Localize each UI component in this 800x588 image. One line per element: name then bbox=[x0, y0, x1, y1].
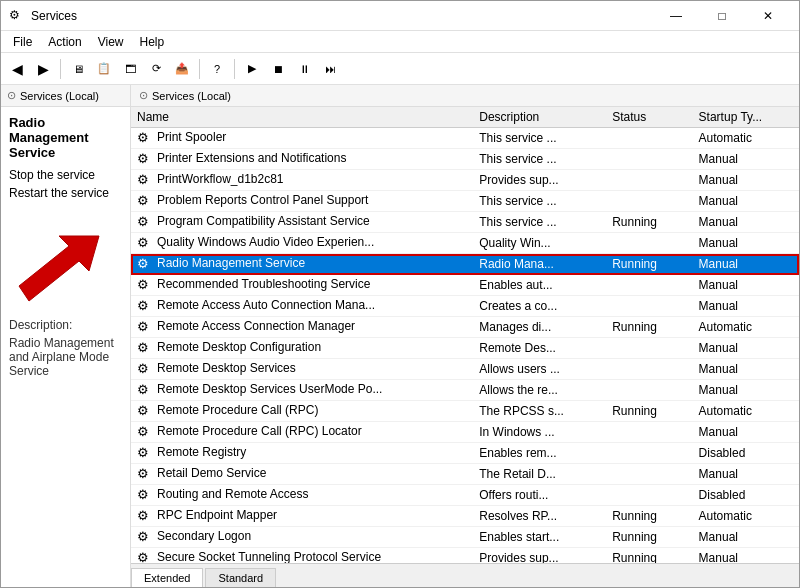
service-startup-cell: Manual bbox=[693, 296, 799, 317]
service-icon: ⚙ bbox=[137, 361, 153, 377]
start-service-button[interactable]: ▶ bbox=[240, 57, 264, 81]
back-button[interactable]: ◀ bbox=[5, 57, 29, 81]
stop-label: Stop bbox=[9, 168, 34, 182]
service-name-label: Recommended Troubleshooting Service bbox=[157, 277, 370, 291]
restart-service-button[interactable]: ⏭ bbox=[318, 57, 342, 81]
table-row[interactable]: ⚙Secure Socket Tunneling Protocol Servic… bbox=[131, 548, 799, 564]
service-name-label: Quality Windows Audio Video Experien... bbox=[157, 235, 374, 249]
table-row[interactable]: ⚙Remote Procedure Call (RPC)The RPCSS s.… bbox=[131, 401, 799, 422]
description-text: Radio Management and Airplane Mode Servi… bbox=[9, 336, 122, 378]
help-button[interactable]: ? bbox=[205, 57, 229, 81]
service-icon: ⚙ bbox=[137, 382, 153, 398]
table-row[interactable]: ⚙Remote Procedure Call (RPC) LocatorIn W… bbox=[131, 422, 799, 443]
service-icon: ⚙ bbox=[137, 193, 153, 209]
table-row[interactable]: ⚙Program Compatibility Assistant Service… bbox=[131, 212, 799, 233]
service-name-cell: ⚙Remote Desktop Services UserMode Po... bbox=[131, 380, 473, 401]
table-row[interactable]: ⚙Remote Desktop Services UserMode Po...A… bbox=[131, 380, 799, 401]
service-icon: ⚙ bbox=[137, 277, 153, 293]
menu-help[interactable]: Help bbox=[132, 33, 173, 51]
stop-service-button[interactable]: ⏹ bbox=[266, 57, 290, 81]
toolbar-separator-2 bbox=[199, 59, 200, 79]
service-status-cell bbox=[606, 149, 692, 170]
service-startup-cell: Manual bbox=[693, 380, 799, 401]
new-window[interactable]: 🗔 bbox=[118, 57, 142, 81]
table-row[interactable]: ⚙Printer Extensions and NotificationsThi… bbox=[131, 149, 799, 170]
service-status-cell bbox=[606, 191, 692, 212]
service-name-cell: ⚙Radio Management Service bbox=[131, 254, 473, 275]
table-row[interactable]: ⚙Radio Management ServiceRadio Mana...Ru… bbox=[131, 254, 799, 275]
service-name-cell: ⚙Remote Procedure Call (RPC) bbox=[131, 401, 473, 422]
service-name-cell: ⚙Secure Socket Tunneling Protocol Servic… bbox=[131, 548, 473, 564]
service-desc-cell: This service ... bbox=[473, 212, 606, 233]
service-desc-cell: The Retail D... bbox=[473, 464, 606, 485]
refresh-button[interactable]: ⟳ bbox=[144, 57, 168, 81]
pause-service-button[interactable]: ⏸ bbox=[292, 57, 316, 81]
service-name-label: Remote Desktop Configuration bbox=[157, 340, 321, 354]
service-name-cell: ⚙Quality Windows Audio Video Experien... bbox=[131, 233, 473, 254]
table-row[interactable]: ⚙RPC Endpoint MapperResolves RP...Runnin… bbox=[131, 506, 799, 527]
service-status-cell bbox=[606, 275, 692, 296]
minimize-button[interactable]: — bbox=[653, 1, 699, 31]
service-status-cell bbox=[606, 464, 692, 485]
service-icon: ⚙ bbox=[137, 487, 153, 503]
table-row[interactable]: ⚙Remote Desktop ServicesAllows users ...… bbox=[131, 359, 799, 380]
service-startup-cell: Automatic bbox=[693, 401, 799, 422]
service-status-cell bbox=[606, 338, 692, 359]
table-row[interactable]: ⚙Secondary LogonEnables start...RunningM… bbox=[131, 527, 799, 548]
table-row[interactable]: ⚙Print SpoolerThis service ...Automatic bbox=[131, 128, 799, 149]
service-desc-cell: Creates a co... bbox=[473, 296, 606, 317]
nav-header-icon: ⊙ bbox=[7, 89, 16, 102]
up-button[interactable]: 📋 bbox=[92, 57, 116, 81]
service-desc-cell: Radio Mana... bbox=[473, 254, 606, 275]
window-controls: — □ ✕ bbox=[653, 1, 791, 31]
close-button[interactable]: ✕ bbox=[745, 1, 791, 31]
service-icon: ⚙ bbox=[137, 508, 153, 524]
service-name-label: Remote Desktop Services UserMode Po... bbox=[157, 382, 382, 396]
service-startup-cell: Automatic bbox=[693, 317, 799, 338]
maximize-button[interactable]: □ bbox=[699, 1, 745, 31]
nav-header: ⊙ Services (Local) bbox=[1, 85, 130, 107]
service-name-label: RPC Endpoint Mapper bbox=[157, 508, 277, 522]
service-name-cell: ⚙Secondary Logon bbox=[131, 527, 473, 548]
export-button[interactable]: 📤 bbox=[170, 57, 194, 81]
table-row[interactable]: ⚙Routing and Remote AccessOffers routi..… bbox=[131, 485, 799, 506]
service-status-cell bbox=[606, 233, 692, 254]
service-desc-cell: This service ... bbox=[473, 149, 606, 170]
description-label: Description: bbox=[9, 318, 122, 332]
service-status-cell: Running bbox=[606, 506, 692, 527]
svg-marker-0 bbox=[19, 236, 99, 301]
window-title: Services bbox=[31, 9, 653, 23]
table-row[interactable]: ⚙Problem Reports Control Panel SupportTh… bbox=[131, 191, 799, 212]
restart-link[interactable]: Restart the service bbox=[9, 186, 122, 200]
table-row[interactable]: ⚙Remote Access Connection ManagerManages… bbox=[131, 317, 799, 338]
tab-extended[interactable]: Extended bbox=[131, 568, 203, 587]
toolbar-separator-1 bbox=[60, 59, 61, 79]
table-row[interactable]: ⚙Remote Access Auto Connection Mana...Cr… bbox=[131, 296, 799, 317]
table-row[interactable]: ⚙Retail Demo ServiceThe Retail D...Manua… bbox=[131, 464, 799, 485]
service-status-cell: Running bbox=[606, 527, 692, 548]
menu-view[interactable]: View bbox=[90, 33, 132, 51]
service-icon: ⚙ bbox=[137, 529, 153, 545]
table-row[interactable]: ⚙Remote RegistryEnables rem...Disabled bbox=[131, 443, 799, 464]
service-icon: ⚙ bbox=[137, 172, 153, 188]
col-name: Name bbox=[131, 107, 473, 128]
service-status-cell: Running bbox=[606, 548, 692, 564]
table-row[interactable]: ⚙Remote Desktop ConfigurationRemote Des.… bbox=[131, 338, 799, 359]
table-row[interactable]: ⚙Quality Windows Audio Video Experien...… bbox=[131, 233, 799, 254]
restart-suffix: the service bbox=[48, 186, 109, 200]
stop-link[interactable]: Stop the service bbox=[9, 168, 122, 182]
service-name-label: Problem Reports Control Panel Support bbox=[157, 193, 368, 207]
service-status-cell bbox=[606, 170, 692, 191]
forward-button[interactable]: ▶ bbox=[31, 57, 55, 81]
service-name-cell: ⚙Printer Extensions and Notifications bbox=[131, 149, 473, 170]
table-row[interactable]: ⚙PrintWorkflow_d1b2c81Provides sup...Man… bbox=[131, 170, 799, 191]
services-table-container[interactable]: Name Description Status Startup Ty... ⚙P… bbox=[131, 107, 799, 563]
menu-file[interactable]: File bbox=[5, 33, 40, 51]
main-window: ⚙ Services — □ ✕ File Action View Help ◀… bbox=[0, 0, 800, 588]
table-row[interactable]: ⚙Recommended Troubleshooting ServiceEnab… bbox=[131, 275, 799, 296]
show-hide-console-tree[interactable]: 🖥 bbox=[66, 57, 90, 81]
tab-standard[interactable]: Standard bbox=[205, 568, 276, 587]
service-desc-cell: Quality Win... bbox=[473, 233, 606, 254]
service-name-cell: ⚙PrintWorkflow_d1b2c81 bbox=[131, 170, 473, 191]
menu-action[interactable]: Action bbox=[40, 33, 89, 51]
